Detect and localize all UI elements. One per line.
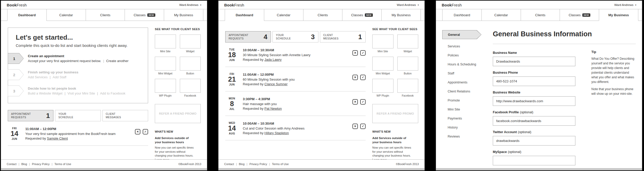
user-menu[interactable]: Ward Andrews ▾ [614,3,636,6]
tab-dashboard[interactable]: Dashboard [225,9,264,21]
footer-link-privacy[interactable]: Privacy Policy [249,163,267,166]
add-services-link[interactable]: Add Services [28,75,48,79]
business-website-field[interactable] [493,96,575,106]
tab-clients[interactable]: Clients [303,9,342,21]
client-link[interactable]: Hillary Stapleton [264,131,289,135]
summary-client-messages[interactable]: CLIENTMESSAGES 1 [320,31,366,42]
summary-your-schedule[interactable]: YOURSCHEDULE 3 [272,31,318,42]
menu-item-promote[interactable]: Promote [442,99,486,102]
thumbnail-facebook[interactable]: Facebook [180,79,201,97]
client-link[interactable]: Pat Newton [264,107,282,110]
footer-link-blog[interactable]: Blog [239,163,245,166]
thumbnail-button[interactable]: Button [397,57,418,75]
business-phone-field[interactable] [493,76,575,86]
thumbnail-preview[interactable] [180,57,201,71]
footer-link-blog[interactable]: Blog [21,163,27,166]
thumbnail-wp-plugin[interactable]: WP Plugin [155,79,176,97]
accept-button[interactable]: ✓ [360,50,366,56]
menu-item-client-relations[interactable]: Client Relations [442,90,486,93]
summary-appointment-requests[interactable]: APPOINTMENTREQUESTS 4 [225,31,271,42]
decline-button[interactable]: ✕ [352,99,358,105]
create-another-link[interactable]: Create another [106,59,128,63]
decline-button[interactable]: ✕ [352,124,358,129]
decline-button[interactable]: ✕ [135,129,140,134]
menu-item-payments[interactable]: Payments [442,117,486,120]
tab-my-business[interactable]: My Business [381,9,421,21]
menu-item-staff[interactable]: Staff [442,72,486,75]
accept-button[interactable]: ✓ [360,124,366,129]
business-name-field[interactable] [493,57,575,66]
footer-link-privacy[interactable]: Privacy Policy [32,163,50,166]
tab-my-business[interactable]: My Business [164,9,203,21]
footer-link-terms[interactable]: Terms of Use [272,163,289,166]
footer-link-contact[interactable]: Contact [224,163,234,166]
client-link[interactable]: Jada Lawry [264,58,281,62]
tab-calendar[interactable]: Calendar [46,9,86,21]
thumbnail-preview[interactable] [397,79,418,93]
thumbnail-button[interactable]: Button [180,57,201,75]
thumbnail-widget[interactable]: Widget [180,35,201,53]
accept-button[interactable]: ✓ [360,75,366,80]
thumbnail-preview[interactable] [155,79,176,93]
thumbnail-preview[interactable] [372,35,393,48]
thumbnail-mini-widget[interactable]: Mini Widget [372,57,393,75]
client-link[interactable]: Sample Client [47,136,68,140]
facebook-profile-field[interactable] [493,116,575,126]
footer-link-contact[interactable]: Contact [7,163,17,166]
tab-label: Calendar [494,13,508,17]
thumbnail-mini-widget[interactable]: Mini Widget [155,57,176,75]
thumbnail-preview[interactable] [155,35,176,48]
twitter-account-field[interactable] [493,136,575,146]
tab-dashboard[interactable]: Dashboard [7,9,46,21]
summary-client-messages[interactable]: CLIENTMESSAGES [102,110,148,121]
user-menu[interactable]: Ward Andrews ▾ [179,3,201,6]
thumbnail-widget[interactable]: Widget [397,35,418,53]
add-to-facebook-link[interactable]: Add to Facebook [100,91,125,95]
thumbnail-wp-plugin[interactable]: WP Plugin [372,79,393,97]
accept-button[interactable]: ✓ [143,129,148,134]
menu-item-reviews[interactable]: Reviews [442,135,486,138]
client-link[interactable]: Clance Sumner [264,82,288,86]
footer-link-terms[interactable]: Terms of Use [54,163,71,166]
menu-item-hours-scheduling[interactable]: Hours & Scheduling [442,63,486,66]
decline-button[interactable]: ✕ [352,50,358,56]
menu-item-services[interactable]: Services [442,45,486,48]
thumbnail-preview[interactable] [372,57,393,71]
thumbnail-preview[interactable] [180,35,201,48]
summary-your-schedule[interactable]: YOURSCHEDULE [55,110,101,121]
decline-button[interactable]: ✕ [352,75,358,80]
tab-calendar[interactable]: Calendar [264,9,303,21]
tab-my-business[interactable]: My Business [599,9,638,21]
accept-button[interactable]: ✓ [360,99,366,105]
thumbnail-mini-site[interactable]: Mini Site [372,35,393,53]
tab-classes[interactable]: ClassesNEW [342,9,381,21]
tab-classes[interactable]: ClassesNEW [125,9,164,21]
thumbnail-facebook[interactable]: Facebook [397,79,418,97]
x-icon: ✕ [354,125,356,128]
tab-dashboard[interactable]: Dashboard [442,9,481,21]
add-staff-link[interactable]: Add Staff [53,75,66,79]
menu-item-general[interactable]: General [442,30,481,39]
new-badge: NEW [365,13,373,17]
myspace-field[interactable] [493,156,575,165]
menu-item-appointments[interactable]: Appointments [442,81,486,84]
thumbnail-preview[interactable] [180,79,201,93]
tab-clients[interactable]: Clients [521,9,560,21]
summary-appointment-requests[interactable]: APPOINTMENTREQUESTS 1 [8,110,53,121]
thumbnail-mini-site[interactable]: Mini Site [155,35,176,53]
menu-item-policies[interactable]: Policies [442,54,486,57]
thumbnail-preview[interactable] [397,35,418,48]
tab-classes[interactable]: ClassesNEW [560,9,599,21]
tab-clients[interactable]: Clients [86,9,125,21]
visit-mini-site-link[interactable]: Visit your Mini Site [68,91,95,95]
build-widget-link[interactable]: Build a Website Widget [28,91,62,95]
menu-item-mini-site[interactable]: Mini Site [442,108,486,111]
thumbnail-preview[interactable] [397,57,418,71]
menu-item-history[interactable]: History [442,126,486,129]
refer-a-friend-promo[interactable]: REFER A FRIEND PROMO [155,104,201,123]
thumbnail-preview[interactable] [372,79,393,93]
refer-a-friend-promo[interactable]: REFER A FRIEND PROMO [372,104,418,123]
thumbnail-preview[interactable] [155,57,176,71]
user-menu[interactable]: Ward Andrews ▾ [397,3,419,6]
tab-calendar[interactable]: Calendar [481,9,521,21]
